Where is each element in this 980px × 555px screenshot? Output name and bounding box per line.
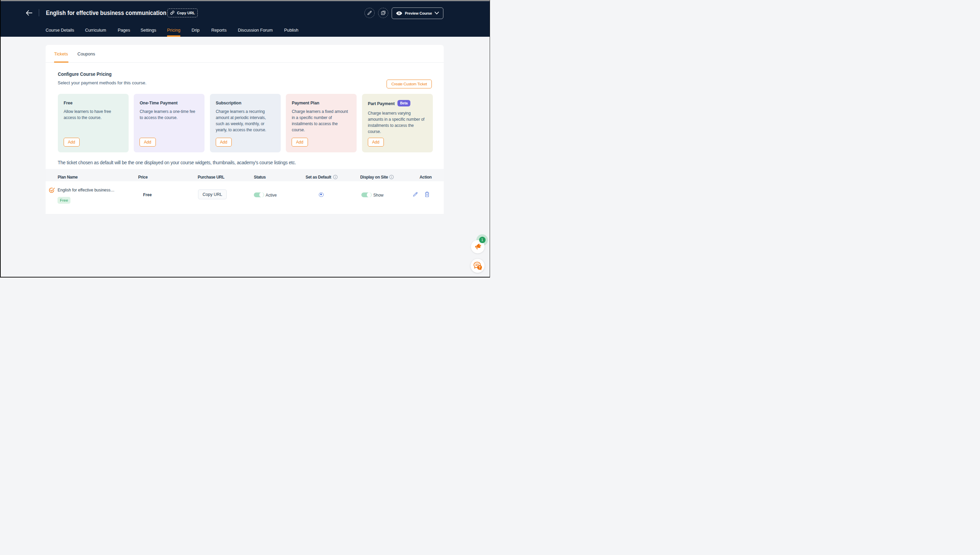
svg-text:?: ? <box>479 266 480 269</box>
